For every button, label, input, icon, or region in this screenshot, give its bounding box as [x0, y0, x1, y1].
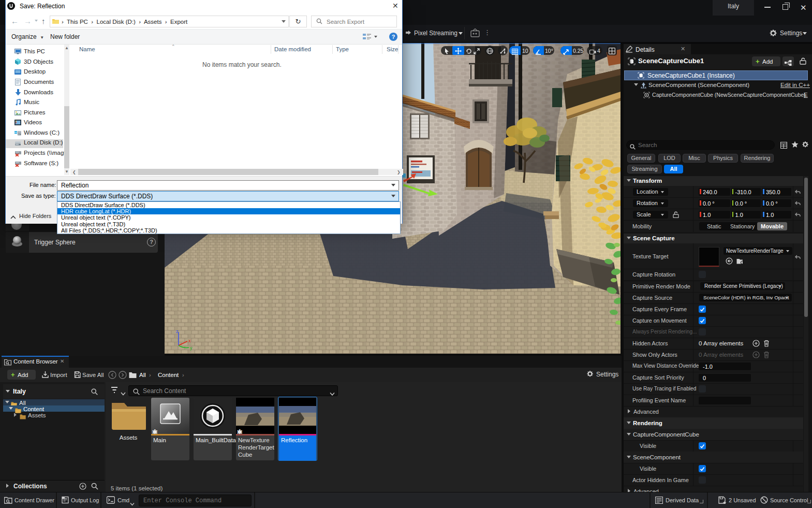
svg-text:y: y [190, 345, 193, 351]
svg-text:z: z [176, 329, 179, 334]
svg-text:x: x [188, 338, 191, 343]
